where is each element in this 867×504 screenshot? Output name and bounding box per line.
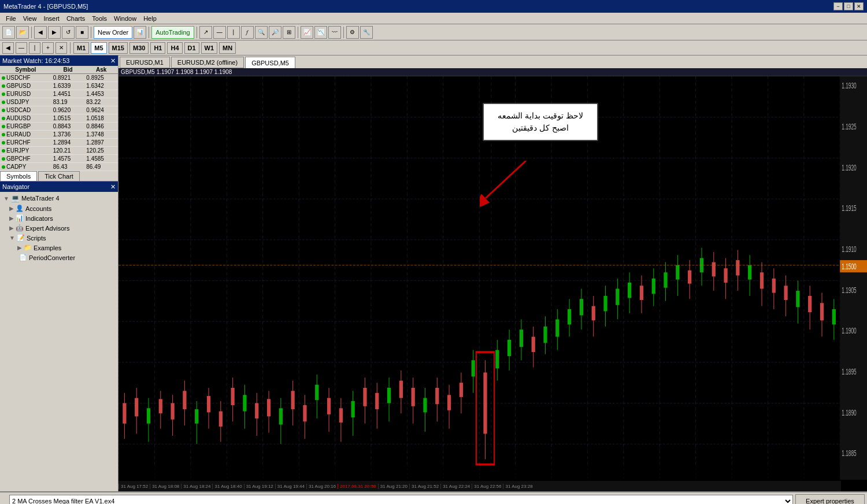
bid-cell: 1.2894	[51, 139, 85, 147]
nav-item-scripts[interactable]: ▼ 📝 Scripts	[1, 233, 117, 243]
svg-rect-97	[507, 340, 511, 356]
market-watch-row[interactable]: USDCAD 0.9620 0.9624	[0, 106, 118, 114]
svg-rect-38	[159, 399, 162, 413]
autotrading-button[interactable]: AutoTrading	[151, 26, 194, 39]
tab-symbols[interactable]: Symbols	[0, 171, 37, 181]
fib-btn[interactable]: 𝑓	[241, 26, 254, 39]
market-watch-row[interactable]: GBPCHF 1.4575 1.4585	[0, 155, 118, 163]
period-m15[interactable]: M15	[109, 42, 128, 54]
close-button[interactable]: ✕	[854, 2, 864, 10]
ask-cell: 83.22	[84, 98, 118, 106]
svg-text:1.1895: 1.1895	[842, 368, 856, 376]
indicators-icon: 📊	[16, 214, 24, 222]
svg-rect-91	[472, 360, 475, 376]
market-watch-row[interactable]: EURCHF 1.2894 1.2897	[0, 139, 118, 147]
svg-rect-56	[267, 399, 271, 416]
market-watch-row[interactable]: USDCHF 0.8921 0.8925	[0, 74, 118, 82]
menu-tools[interactable]: Tools	[88, 14, 110, 23]
symbol-cell: EURAUD	[0, 131, 51, 139]
market-watch-row[interactable]: GBPUSD 1.6339 1.6342	[0, 82, 118, 90]
stop-button[interactable]: ■	[76, 26, 88, 39]
menu-help[interactable]: Help	[140, 14, 160, 23]
period-d1[interactable]: D1	[184, 42, 199, 54]
nav-label-examples: Examples	[34, 244, 61, 251]
market-watch-row[interactable]: EURGBP 0.8843 0.8846	[0, 123, 118, 131]
chart-tab-eurusd-m1[interactable]: EURUSD,M1	[120, 57, 170, 68]
arrow-left-btn[interactable]: ◀	[2, 42, 14, 54]
cursor2-btn[interactable]: ✕	[55, 42, 67, 54]
period-m30[interactable]: M30	[129, 42, 149, 54]
menu-view[interactable]: View	[20, 14, 40, 23]
horiz-btn[interactable]: —	[213, 26, 226, 39]
market-watch-row[interactable]: EURAUD 1.3736 1.3748	[0, 131, 118, 139]
line-h-btn[interactable]: —	[16, 42, 27, 54]
time-label: 31 Aug 20:16	[306, 484, 338, 489]
svg-text:1.1500: 1.1500	[842, 262, 856, 271]
line-btn[interactable]: 〰	[328, 26, 341, 39]
refresh-button[interactable]: ↺	[62, 26, 75, 39]
chart-tab-eurusd-m2[interactable]: EURUSD,M2 (offline)	[171, 57, 244, 68]
settings-btn[interactable]: 🔧	[360, 26, 373, 39]
nav-item-examples[interactable]: ▶ 📁 Examples	[1, 243, 117, 253]
market-watch-close[interactable]: ✕	[110, 57, 116, 65]
navigator-close[interactable]: ✕	[110, 183, 116, 191]
market-watch-header: Market Watch: 16:24:53 ✕	[0, 55, 118, 66]
nav-item-accounts[interactable]: ▶ 👤 Accounts	[1, 203, 117, 213]
chart-btn1[interactable]: 📊	[134, 26, 146, 39]
menu-charts[interactable]: Charts	[63, 14, 88, 23]
nav-item-indicators[interactable]: ▶ 📊 Indicators	[1, 213, 117, 223]
period-m5[interactable]: M5	[91, 42, 106, 54]
market-watch-row[interactable]: EURUSD 1.4451 1.4453	[0, 90, 118, 98]
candle-btn[interactable]: 📉	[314, 26, 327, 39]
period-h4[interactable]: H4	[167, 42, 182, 54]
tab-tick-chart[interactable]: Tick Chart	[38, 171, 80, 181]
menu-window[interactable]: Window	[110, 14, 140, 23]
period-m1[interactable]: M1	[73, 42, 89, 54]
market-watch-row[interactable]: CADPY 86.43 86.49	[0, 163, 118, 171]
zoom-in-btn[interactable]: 🔍	[255, 26, 268, 39]
ask-cell: 120.25	[84, 147, 118, 155]
maximize-button[interactable]: □	[844, 2, 853, 10]
panel-grip	[2, 494, 7, 504]
period-h1[interactable]: H1	[150, 42, 165, 54]
menu-file[interactable]: File	[2, 14, 20, 23]
nav-label-ea: Expert Advisors	[25, 225, 69, 232]
new-button[interactable]: 📄	[2, 26, 15, 39]
symbol-cell: EURUSD	[0, 90, 51, 98]
bid-cell: 0.8843	[51, 123, 85, 131]
expert-properties-button[interactable]: Expert properties	[795, 494, 865, 504]
chart-tab-bar: EURUSD,M1 EURUSD,M2 (offline) GBPUSD,M5	[118, 55, 867, 68]
menu-insert[interactable]: Insert	[40, 14, 63, 23]
vert-btn[interactable]: |	[227, 26, 240, 39]
nav-item-expert-advisors[interactable]: ▶ 🤖 Expert Advisors	[1, 223, 117, 233]
period-w1[interactable]: W1	[201, 42, 218, 54]
bid-cell: 83.19	[51, 98, 85, 106]
open-button[interactable]: 📂	[16, 26, 29, 39]
svg-rect-86	[447, 395, 451, 410]
trend-btn[interactable]: ↗	[199, 26, 212, 39]
grid-btn[interactable]: ⊞	[283, 26, 295, 39]
annotation-line1: لاحظ توقيت بداية الشمعه	[498, 111, 583, 120]
chart-tab-gbpusd-m5[interactable]: GBPUSD,M5	[245, 57, 295, 68]
bar-chart-btn[interactable]: 📈	[301, 26, 313, 39]
period-mn[interactable]: MN	[219, 42, 236, 54]
nav-item-metatrader4[interactable]: ▼ 💻 MetaTrader 4	[1, 193, 117, 203]
zoom-out-btn[interactable]: 🔎	[269, 26, 281, 39]
ask-cell: 0.8846	[84, 123, 118, 131]
nav-item-period-converter[interactable]: 📄 PeriodConverter	[1, 253, 117, 262]
market-watch-row[interactable]: AUDUSD 1.0515 1.0518	[0, 114, 118, 123]
ea-selector[interactable]: 2 MA Crosses Mega filter EA V1.ex4	[9, 495, 793, 504]
indicator-btn[interactable]: ⚙	[346, 26, 359, 39]
back-button[interactable]: ◀	[34, 26, 47, 39]
col-bid: Bid	[51, 66, 85, 74]
ask-cell: 0.9624	[84, 106, 118, 114]
minimize-button[interactable]: −	[833, 2, 843, 10]
forward-button[interactable]: ▶	[48, 26, 61, 39]
cursor-btn[interactable]: +	[42, 42, 54, 54]
market-watch-row[interactable]: USDJPY 83.19 83.22	[0, 98, 118, 106]
symbol-cell: EURCHF	[0, 139, 51, 147]
market-watch-row[interactable]: EURJPY 120.21 120.25	[0, 147, 118, 155]
new-order-button[interactable]: New Order	[94, 26, 132, 39]
svg-rect-147	[808, 296, 812, 312]
line-v-btn[interactable]: |	[29, 42, 40, 54]
